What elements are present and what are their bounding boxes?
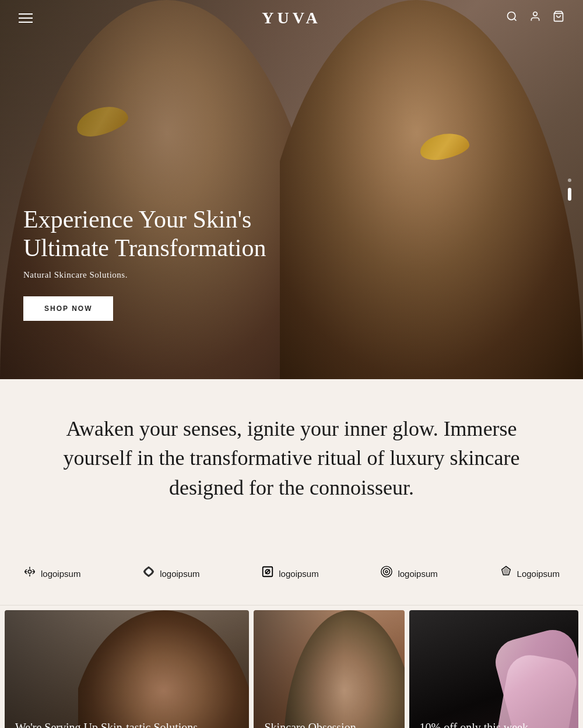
logo-icon-4	[380, 565, 393, 582]
shop-now-button[interactable]: SHOP NOW	[23, 296, 113, 321]
card-title-3: 10% off only this week	[420, 720, 528, 728]
svg-point-9	[386, 570, 388, 573]
tagline-section: Awaken your senses, ignite your inner gl…	[0, 379, 583, 554]
logo-icon-1	[23, 565, 36, 582]
svg-point-4	[28, 570, 31, 573]
brand-logo-5: Logoipsum	[500, 565, 560, 582]
logo-name-1: logoipsum	[41, 569, 80, 579]
carousel-indicators	[568, 178, 571, 201]
hero-overlay	[0, 0, 583, 379]
brand-logo-3: logoipsum	[261, 565, 318, 582]
logo-name-3: logoipsum	[279, 569, 318, 579]
svg-point-0	[508, 12, 515, 20]
carousel-dot-2[interactable]	[568, 188, 571, 201]
svg-point-2	[533, 12, 538, 16]
cart-icon[interactable]	[553, 10, 564, 25]
svg-marker-11	[503, 568, 508, 574]
logo-icon-3	[261, 565, 274, 582]
header-left	[19, 13, 33, 23]
brand-logo-4: logoipsum	[380, 565, 437, 582]
card-title-1: We're Serving Up Skin-tastic Solutions.	[15, 720, 201, 728]
site-logo[interactable]: YUVA	[262, 9, 321, 27]
card-skin-solutions[interactable]: We're Serving Up Skin-tastic Solutions.	[5, 610, 249, 728]
feature-cards: We're Serving Up Skin-tastic Solutions. …	[0, 606, 583, 728]
header-actions	[506, 10, 564, 25]
logo-name-5: Logoipsum	[517, 569, 560, 579]
hero-content: Experience Your Skin's Ultimate Transfor…	[23, 205, 326, 321]
brand-logo-1: logoipsum	[23, 565, 80, 582]
svg-line-1	[514, 19, 517, 21]
card-text-1: We're Serving Up Skin-tastic Solutions.	[5, 710, 211, 728]
account-icon[interactable]	[529, 10, 541, 25]
svg-point-7	[381, 566, 392, 577]
carousel-dot-1[interactable]	[568, 178, 571, 182]
card-discount[interactable]: 10% off only this week	[409, 610, 578, 728]
logo-icon-2	[142, 565, 155, 582]
hamburger-menu[interactable]	[19, 13, 33, 23]
tagline-text: Awaken your senses, ignite your inner gl…	[58, 414, 525, 502]
brand-logos-row: logoipsum logoipsum logoipsum logoipsum	[0, 554, 583, 606]
hero-section: Experience Your Skin's Ultimate Transfor…	[0, 0, 583, 379]
card-title-2: Skincare Obsession	[264, 720, 356, 728]
hero-subtitle: Natural Skincare Solutions.	[23, 270, 326, 280]
logo-name-4: logoipsum	[398, 569, 437, 579]
hero-title: Experience Your Skin's Ultimate Transfor…	[23, 205, 326, 262]
logo-icon-5	[500, 565, 512, 582]
logo-name-2: logoipsum	[160, 569, 199, 579]
site-header: YUVA	[0, 0, 583, 36]
search-icon[interactable]	[506, 10, 518, 25]
card-text-3: 10% off only this week	[409, 710, 539, 728]
brand-logo-2: logoipsum	[142, 565, 199, 582]
card-text-2: Skincare Obsession	[254, 710, 366, 728]
card-skincare-obsession[interactable]: Skincare Obsession	[254, 610, 404, 728]
svg-point-8	[384, 569, 390, 575]
